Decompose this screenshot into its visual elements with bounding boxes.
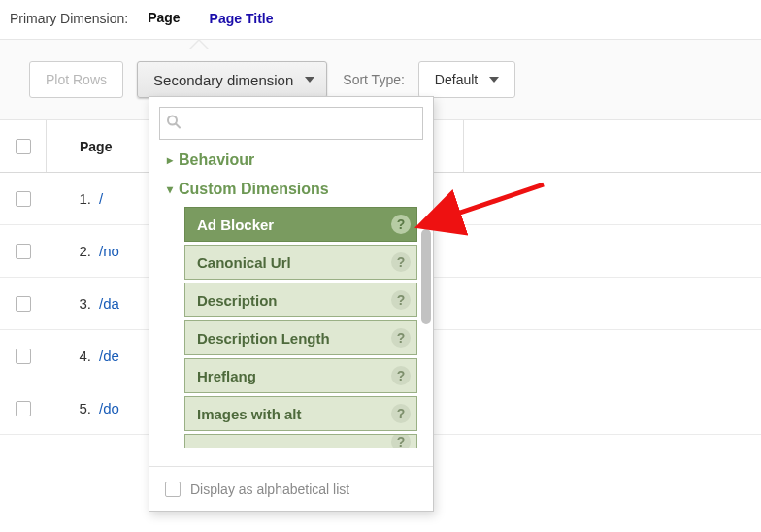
row-checkbox[interactable] <box>16 401 31 416</box>
dimension-label: Hreflang <box>197 368 256 384</box>
alphabetical-label: Display as alphabetical list <box>190 482 349 497</box>
caret-down-icon <box>489 77 499 83</box>
tab-page-title[interactable]: Page Title <box>204 9 280 28</box>
dimension-label: Canonical Url <box>197 254 291 271</box>
secondary-dimension-label: Secondary dimension <box>153 72 293 88</box>
triangle-down-icon: ▾ <box>167 183 173 196</box>
group-label: Custom Dimensions <box>179 181 329 198</box>
primary-dimension-bar: Primary Dimension: Page Page Title <box>0 0 761 40</box>
row-checkbox[interactable] <box>16 296 31 312</box>
secondary-dimension-popover: ▸ Behaviour ▾ Custom Dimensions Ad Block… <box>149 96 434 512</box>
dimension-label: Images with alt <box>197 406 302 422</box>
row-index: 1. <box>47 173 99 224</box>
help-icon[interactable]: ? <box>391 404 411 423</box>
dimension-description[interactable]: Description ? <box>184 283 417 317</box>
group-label: Behaviour <box>179 151 254 169</box>
dimension-search <box>159 107 423 140</box>
row-index: 3. <box>47 278 99 329</box>
dimension-hreflang[interactable]: Hreflang ? <box>184 358 417 393</box>
group-custom-dimensions[interactable]: ▾ Custom Dimensions <box>167 175 417 204</box>
help-icon[interactable]: ? <box>391 290 411 310</box>
help-icon[interactable]: ? <box>391 328 411 348</box>
row-index: 4. <box>47 330 99 382</box>
dimension-item-partial[interactable]: ? <box>184 434 417 448</box>
sort-type-dropdown[interactable]: Default <box>418 61 515 98</box>
row-index: 5. <box>47 382 99 434</box>
svg-line-1 <box>176 124 180 128</box>
secondary-dimension-dropdown[interactable]: Secondary dimension <box>137 61 327 98</box>
group-behaviour[interactable]: ▸ Behaviour <box>167 146 417 175</box>
search-icon <box>166 115 182 133</box>
dimension-images-with-alt[interactable]: Images with alt ? <box>184 396 417 431</box>
sort-type-label: Sort Type: <box>343 72 405 87</box>
row-checkbox[interactable] <box>16 244 31 259</box>
dimension-label: Description Length <box>197 330 330 347</box>
plot-rows-button[interactable]: Plot Rows <box>29 61 123 98</box>
dimension-canonical-url[interactable]: Canonical Url ? <box>184 245 417 280</box>
scrollbar-thumb[interactable] <box>421 229 431 324</box>
dimension-description-length[interactable]: Description Length ? <box>184 320 417 355</box>
primary-dimension-label: Primary Dimension: <box>10 11 128 26</box>
dimension-label: Description <box>197 292 278 309</box>
caret-down-icon <box>305 77 314 83</box>
dimension-list-scroll[interactable]: ▸ Behaviour ▾ Custom Dimensions Ad Block… <box>149 146 433 466</box>
dimension-search-input[interactable] <box>159 107 423 140</box>
popover-footer: Display as alphabetical list <box>149 466 433 511</box>
primary-dimension-tabs: Page Page Title <box>142 8 279 29</box>
sort-type-value: Default <box>435 72 478 87</box>
help-icon[interactable]: ? <box>391 434 411 448</box>
column-header-rest <box>464 120 761 172</box>
triangle-right-icon: ▸ <box>167 153 173 167</box>
row-index: 2. <box>47 225 99 277</box>
active-tab-pointer-icon <box>189 39 209 49</box>
tab-page[interactable]: Page <box>142 8 185 29</box>
dimension-label: Ad Blocker <box>197 216 274 233</box>
row-checkbox[interactable] <box>16 191 31 207</box>
header-checkbox-cell <box>0 120 47 172</box>
row-checkbox[interactable] <box>16 349 31 364</box>
custom-dimensions-items: Ad Blocker ? Canonical Url ? Description… <box>167 207 417 448</box>
alphabetical-checkbox[interactable] <box>165 482 181 497</box>
help-icon[interactable]: ? <box>391 252 411 272</box>
help-icon[interactable]: ? <box>391 215 411 234</box>
dimension-ad-blocker[interactable]: Ad Blocker ? <box>184 207 417 242</box>
select-all-checkbox[interactable] <box>16 139 31 154</box>
help-icon[interactable]: ? <box>391 366 411 385</box>
